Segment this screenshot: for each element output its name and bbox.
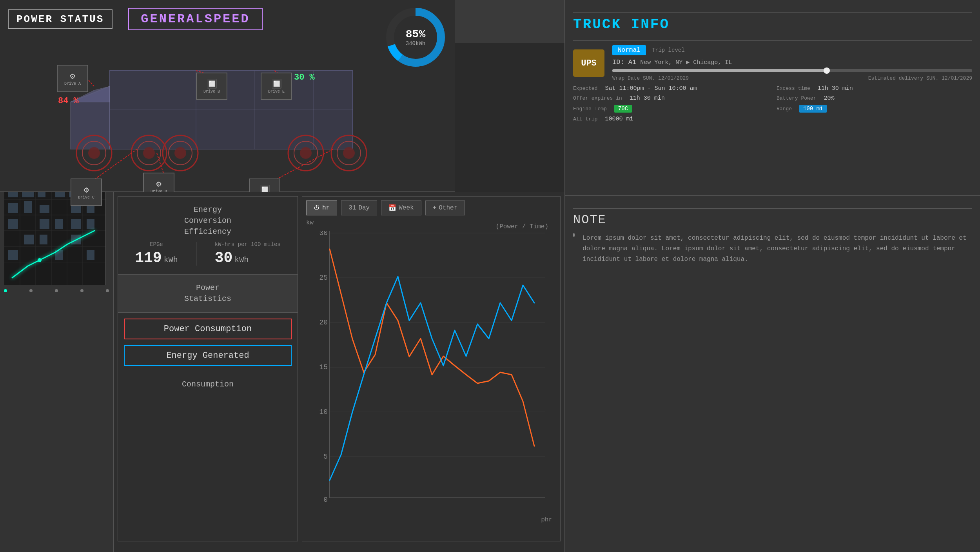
svg-text:20: 20 <box>319 319 328 326</box>
svg-rect-28 <box>8 203 18 213</box>
comp5-percent: 30 % <box>294 73 315 82</box>
component-box-5: 🔲 Drive E <box>261 73 292 100</box>
time-filter-hr[interactable]: ⏱ hr <box>306 200 337 215</box>
power-consumption-legend[interactable]: Power Consumption <box>124 319 292 339</box>
svg-point-44 <box>38 258 42 262</box>
hr-label: hr <box>322 204 330 211</box>
other-icon: + <box>433 204 437 211</box>
consumption-label: Consumption <box>126 380 290 389</box>
all-trip-info: All trip 10000 mi <box>573 116 769 122</box>
energy-generated-legend[interactable]: Energy Generated <box>124 345 292 366</box>
truck-visualization: ⚙ Drive A 84 % 🔲 Drive B 🔲 Drive E 30 % … <box>0 31 431 184</box>
epge-unit: kWh <box>164 255 178 264</box>
power-stats-label: PowerStatistics <box>126 282 290 304</box>
engine-info: Engine Temp 70C <box>573 105 769 113</box>
energy-stats-left: EnergyConversionEfficiency EPGe 119 kWh … <box>118 196 298 541</box>
energy-generated-label: Energy Generated <box>166 351 249 361</box>
week-label: Week <box>399 204 414 211</box>
power-consumption-label: Power Consumption <box>164 324 252 334</box>
trip-progress-bar <box>612 69 972 72</box>
svg-rect-41 <box>8 250 18 260</box>
svg-rect-40 <box>87 219 94 229</box>
svg-point-55 <box>143 147 155 159</box>
info-separator-top <box>573 12 972 13</box>
svg-point-58 <box>174 147 186 159</box>
svg-rect-37 <box>24 235 34 244</box>
svg-text:10: 10 <box>319 408 328 416</box>
kw-value: 30 <box>215 250 233 266</box>
status-badge: Normal <box>612 45 646 55</box>
estimated-label: Estimated delivery SUN. 12/01/2029 <box>868 75 972 81</box>
power-bold: POWER <box>16 13 53 25</box>
other-label: Other <box>439 204 457 211</box>
week-icon: 📅 <box>388 204 396 212</box>
info-separator-2 <box>573 40 972 41</box>
svg-rect-29 <box>24 201 32 213</box>
power-normal: STATUS <box>60 13 104 25</box>
engine-badge: 70C <box>614 105 632 113</box>
note-bullet <box>573 233 575 237</box>
range-info: Range 100 mi <box>777 105 972 113</box>
power-status-area: POWER STATUS GENERALSPEED 85% 340kWh <box>0 0 455 192</box>
svg-point-61 <box>300 147 312 159</box>
truck-info-title: TRUCK INFO <box>573 16 972 33</box>
svg-text:30: 30 <box>319 231 328 237</box>
note-title: NOTE <box>573 213 972 227</box>
kw-unit: kWh <box>234 255 249 264</box>
x-axis-label: phr <box>541 516 552 523</box>
time-filter-other[interactable]: + Other <box>425 200 465 215</box>
svg-text:5: 5 <box>323 453 328 461</box>
svg-rect-35 <box>55 219 63 229</box>
offer-info: Offer expires in 11h 30 min <box>573 95 769 102</box>
map-dot-5[interactable] <box>106 289 109 292</box>
svg-rect-34 <box>40 219 49 229</box>
hr-icon: ⏱ <box>314 204 320 212</box>
svg-point-64 <box>343 147 355 159</box>
power-chart: kw (Power / Time) 30 25 20 15 10 5 0 <box>306 219 556 525</box>
expected-info: Expected Sat 11:00pm - Sun 10:00 am <box>573 85 769 92</box>
epge-label: EPGe <box>135 241 178 248</box>
comp1-percent: 84 % <box>58 96 79 106</box>
note-content: Lorem ipsum dolor sit amet, consectetur … <box>583 233 972 265</box>
map-dot-4[interactable] <box>80 289 83 292</box>
day-icon: 31 <box>348 204 356 211</box>
day-label: Day <box>358 204 370 211</box>
right-panel: TRUCK INFO UPS Normal Trip level ID: A1 … <box>564 0 980 552</box>
map-dot-2[interactable] <box>29 289 33 292</box>
svg-text:25: 25 <box>319 274 328 282</box>
svg-text:0: 0 <box>323 496 328 504</box>
map-dot-3[interactable] <box>55 289 58 292</box>
svg-rect-36 <box>71 219 81 229</box>
truck-title-normal: TRUCK <box>573 16 621 33</box>
power-header: POWER STATUS GENERALSPEED <box>8 8 263 30</box>
svg-rect-38 <box>40 235 47 244</box>
component-box-3: ⚙ Drive C <box>71 179 102 206</box>
ups-row: UPS Normal Trip level ID: A1 New York, N… <box>573 45 972 81</box>
power-stats-section: PowerStatistics <box>118 275 298 313</box>
excess-info: Excess time 11h 30 min <box>777 85 972 92</box>
efficiency-label: EnergyConversionEfficiency <box>126 204 290 237</box>
time-filter-day[interactable]: 31 Day <box>341 200 377 215</box>
ups-logo: UPS <box>573 49 604 77</box>
note-section: NOTE Lorem ipsum dolor sit amet, consect… <box>565 196 980 353</box>
svg-rect-30 <box>40 205 49 213</box>
general-speed-label: GENERALSPEED <box>128 8 262 30</box>
truck-info-section: TRUCK INFO UPS Normal Trip level ID: A1 … <box>565 0 980 196</box>
svg-rect-43 <box>87 250 94 260</box>
efficiency-section: EnergyConversionEfficiency EPGe 119 kWh … <box>118 197 298 275</box>
map-dot-1[interactable] <box>4 289 7 292</box>
time-filter-week[interactable]: 📅 Week <box>381 200 421 215</box>
range-badge: 100 mi <box>799 105 827 113</box>
note-separator <box>573 208 972 209</box>
svg-text:15: 15 <box>319 363 328 371</box>
component-box-2: 🔲 Drive B <box>196 73 227 100</box>
wrap-date-label: Wrap Date SUN. 12/01/2029 <box>612 75 689 81</box>
consumption-section: Consumption <box>118 372 298 397</box>
bottom-panel: EnergyConversionEfficiency EPGe 119 kWh … <box>114 192 568 552</box>
truck-title-accent: INFO <box>631 16 670 33</box>
truck-route: New York, NY ▶ Chicago, IL <box>640 58 732 66</box>
time-filter-row: ⏱ hr 31 Day 📅 Week + Other <box>306 200 556 215</box>
kw-label: kW-hrs per 100 miles <box>215 241 281 248</box>
battery-info: Battery Power 20% <box>777 95 972 102</box>
truck-id: ID: A1 <box>612 58 636 66</box>
